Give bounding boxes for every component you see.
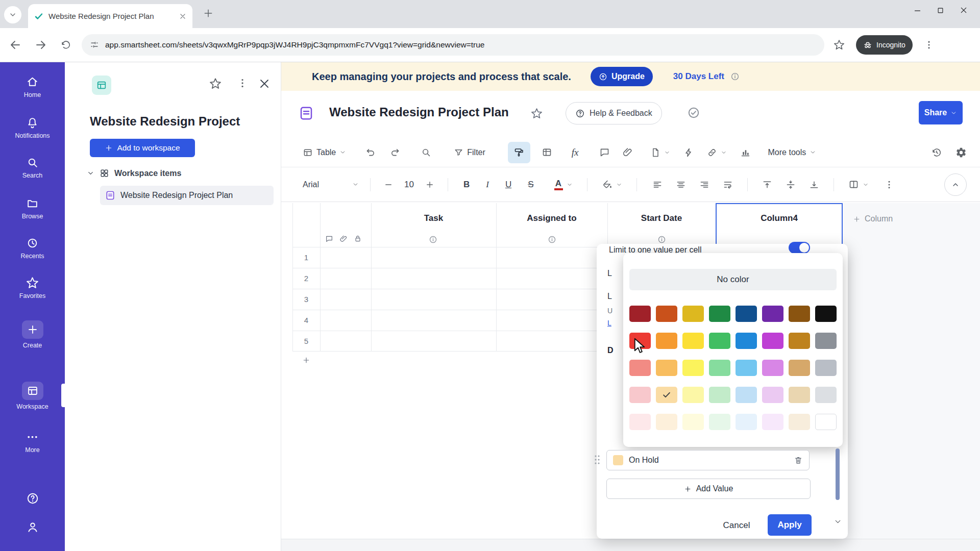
scroll-down-chevron-icon[interactable]: [834, 517, 842, 526]
browser-menu-icon[interactable]: [924, 40, 934, 50]
align-right-icon[interactable]: [699, 180, 709, 190]
info-icon[interactable]: [657, 235, 666, 244]
refresh-button[interactable]: [60, 39, 71, 51]
dialog-scrollbar[interactable]: [836, 448, 840, 500]
attachment-icon[interactable]: [622, 147, 633, 158]
color-swatch[interactable]: [789, 387, 810, 403]
browser-tab[interactable]: Website Redesign Project Plan: [28, 4, 192, 28]
link-tool[interactable]: [707, 147, 727, 158]
strikethrough-button[interactable]: S: [528, 180, 533, 190]
color-swatch[interactable]: [709, 333, 730, 349]
value-color-swatch[interactable]: [613, 455, 623, 465]
new-tab-button[interactable]: [203, 8, 213, 18]
url-omnibox[interactable]: app.smartsheet.com/sheets/v3qwxMgRrP9pqp…: [82, 34, 824, 56]
color-swatch[interactable]: [629, 414, 651, 430]
color-swatch[interactable]: [709, 306, 730, 322]
sidebar-item-notifications[interactable]: Notifications: [0, 116, 65, 139]
column-header-assigned-to[interactable]: Assigned to: [496, 206, 607, 231]
color-swatch[interactable]: [736, 387, 757, 403]
row-number[interactable]: 5: [292, 331, 320, 352]
row-number[interactable]: 1: [292, 247, 320, 268]
account-avatar[interactable]: [0, 520, 65, 534]
column-header-task[interactable]: Task: [371, 206, 496, 231]
row-number[interactable]: 4: [292, 310, 320, 331]
color-swatch[interactable]: [736, 306, 757, 322]
add-row-button[interactable]: [302, 356, 310, 364]
color-swatch[interactable]: [789, 414, 810, 430]
color-swatch[interactable]: [762, 360, 783, 376]
attachment-icon[interactable]: [339, 235, 348, 243]
document-tool[interactable]: [650, 147, 670, 158]
color-swatch[interactable]: [736, 414, 757, 430]
color-swatch[interactable]: [762, 414, 783, 430]
font-family-selector[interactable]: Arial: [303, 180, 359, 189]
text-color-button[interactable]: A: [554, 179, 573, 190]
color-swatch[interactable]: [815, 333, 837, 349]
color-swatch[interactable]: [709, 387, 730, 403]
color-swatch[interactable]: [815, 306, 837, 322]
workspace-items-section[interactable]: Workspace items: [87, 168, 181, 178]
valign-middle-icon[interactable]: [786, 180, 796, 190]
font-size-decrease-button[interactable]: [384, 180, 393, 189]
color-swatch[interactable]: [789, 360, 810, 376]
info-icon[interactable]: [429, 235, 437, 244]
color-swatch[interactable]: [682, 333, 704, 349]
color-swatch[interactable]: [815, 414, 837, 430]
color-swatch[interactable]: [682, 387, 704, 403]
lock-icon[interactable]: [354, 235, 362, 243]
limit-toggle[interactable]: [789, 242, 810, 254]
row-number[interactable]: 2: [292, 268, 320, 289]
window-minimize-button[interactable]: [914, 7, 921, 14]
add-value-button[interactable]: Add Value: [606, 479, 811, 499]
sidebar-item-browse[interactable]: Browse: [0, 197, 65, 220]
workspace-sheet-item[interactable]: Website Redesign Project Plan: [100, 186, 274, 205]
color-swatch[interactable]: [629, 306, 651, 322]
redo-button[interactable]: [389, 147, 400, 158]
add-to-workspace-button[interactable]: Add to workspace: [90, 139, 195, 157]
bookmark-star-icon[interactable]: [834, 39, 845, 51]
comment-icon[interactable]: [325, 235, 333, 243]
sidebar-item-home[interactable]: Home: [0, 76, 65, 98]
search-icon[interactable]: [421, 147, 431, 158]
overflow-kebab-icon[interactable]: [884, 180, 894, 190]
sidebar-item-recents[interactable]: Recents: [0, 237, 65, 260]
color-swatch[interactable]: [762, 333, 783, 349]
chart-icon[interactable]: [740, 147, 751, 158]
settings-gear-icon[interactable]: [955, 147, 967, 158]
drag-handle-icon[interactable]: [594, 454, 601, 465]
color-swatch[interactable]: [789, 333, 810, 349]
automation-icon[interactable]: [683, 147, 694, 158]
sidebar-item-more[interactable]: More: [0, 431, 65, 454]
add-column-button[interactable]: Column: [853, 214, 893, 223]
window-close-button[interactable]: [960, 6, 968, 14]
color-swatch[interactable]: [629, 360, 651, 376]
more-tools-button[interactable]: More tools: [768, 148, 817, 157]
workspace-close-icon[interactable]: [258, 78, 271, 90]
italic-button[interactable]: I: [486, 180, 489, 190]
cancel-button[interactable]: Cancel: [719, 515, 754, 536]
tab-close-icon[interactable]: [179, 13, 186, 20]
info-icon[interactable]: [730, 72, 740, 81]
color-swatch[interactable]: [709, 360, 730, 376]
horizontal-scroll-strip[interactable]: [281, 539, 980, 551]
view-selector[interactable]: Table: [303, 147, 346, 158]
color-swatch[interactable]: [736, 360, 757, 376]
underline-button[interactable]: U: [505, 180, 511, 190]
comment-icon[interactable]: [599, 147, 610, 158]
format-painter-button[interactable]: [508, 142, 530, 163]
row-number[interactable]: 3: [292, 289, 320, 310]
color-swatch[interactable]: [682, 306, 704, 322]
value-row-on-hold[interactable]: On Hold: [606, 450, 810, 470]
color-swatch[interactable]: [789, 306, 810, 322]
wrap-text-icon[interactable]: [723, 180, 733, 190]
info-icon[interactable]: [548, 235, 556, 244]
tab-search-button[interactable]: [4, 6, 21, 23]
color-swatch[interactable]: [682, 414, 704, 430]
color-swatch[interactable]: [682, 360, 704, 376]
no-color-button[interactable]: No color: [629, 269, 837, 290]
color-swatch[interactable]: [656, 333, 677, 349]
workspace-star-icon[interactable]: [209, 78, 222, 90]
valign-bottom-icon[interactable]: [809, 180, 819, 190]
history-icon[interactable]: [931, 147, 942, 158]
undo-button[interactable]: [365, 147, 376, 158]
